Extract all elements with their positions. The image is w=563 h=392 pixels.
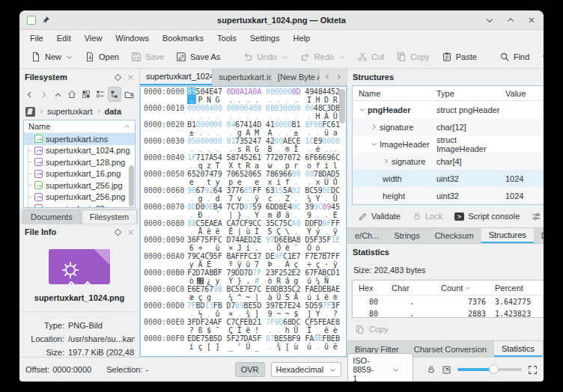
hex-byte[interactable]: 03 <box>274 104 283 112</box>
expander-open-icon[interactable] <box>371 141 377 147</box>
hex-char[interactable]: Ä <box>196 260 205 269</box>
hex-byte[interactable]: 00 <box>204 120 213 129</box>
sidebar-tab-documents[interactable]: Documents <box>22 209 81 224</box>
pin-icon[interactable] <box>41 16 50 25</box>
hex-char[interactable]: 5 <box>266 227 275 236</box>
hex-char[interactable]: $ <box>292 310 301 318</box>
hex-char[interactable]: è <box>331 326 340 334</box>
hex-char[interactable]: . <box>305 112 314 120</box>
hex-char[interactable]: } <box>235 277 244 285</box>
hex-byte[interactable]: 61 <box>252 153 261 162</box>
hex-byte[interactable]: 52 <box>244 137 253 145</box>
hex-char-row[interactable]: 6÷_ü×Jí..Öë¨Õó_. <box>144 244 346 252</box>
hex-byte[interactable]: E7 <box>196 285 205 293</box>
hex-char[interactable]: . <box>305 178 314 186</box>
hex-char[interactable]: M <box>252 129 261 137</box>
hex-byte[interactable]: CF <box>235 318 244 326</box>
hex-byte[interactable]: 07 <box>266 334 275 343</box>
hex-char[interactable]: g <box>204 293 213 301</box>
hex-byte[interactable]: BE <box>274 334 283 343</box>
hex-byte[interactable]: 0A <box>252 88 261 96</box>
hex-char[interactable]: ë <box>331 343 340 351</box>
hex-byte[interactable]: 74 <box>204 170 213 178</box>
hex-char[interactable]: ä <box>283 211 292 219</box>
hex-byte[interactable]: DA <box>322 170 331 178</box>
hex-byte[interactable]: A0 <box>292 219 301 227</box>
hex-char[interactable]: ± <box>292 129 301 137</box>
hex-char[interactable]: ~ <box>244 293 253 301</box>
hex-byte[interactable]: C2 <box>292 285 301 293</box>
hex-byte[interactable]: 79 <box>226 269 235 277</box>
hex-byte[interactable]: 67 <box>196 186 205 195</box>
hex-byte[interactable]: 00 <box>196 137 205 145</box>
hex-byte[interactable]: 00 <box>196 120 205 129</box>
hex-byte[interactable]: 54 <box>213 153 222 162</box>
hex-byte[interactable]: 00 <box>266 88 275 96</box>
hex-char[interactable]: ÷ <box>305 260 314 269</box>
filesystem-scrollbar[interactable] <box>129 165 134 206</box>
hex-char[interactable]: ¿ <box>204 277 213 285</box>
hex-char[interactable]: H <box>314 96 323 104</box>
hex-byte[interactable]: 44 <box>322 88 331 96</box>
hex-byte[interactable]: FB <box>322 334 331 343</box>
filesystem-item[interactable]: supertuxkart_32.png <box>24 203 135 208</box>
structure-row[interactable]: pngHeaderstruct pngHeader <box>353 101 544 118</box>
hex-char[interactable]: Y <box>314 195 323 203</box>
hex-byte[interactable]: E4 <box>283 203 292 211</box>
hex-char[interactable]: 9 <box>266 310 275 318</box>
hex-char[interactable]: . <box>226 129 235 137</box>
hex-char[interactable]: â <box>283 277 292 285</box>
maximize-icon[interactable] <box>506 16 515 25</box>
hex-char[interactable]: ç <box>196 343 205 351</box>
statistics-table[interactable]: Hex Char Count Percent 00.73763.64277580… <box>352 280 544 318</box>
hex-byte[interactable]: F7 <box>305 252 314 260</box>
hex-char[interactable]: _ <box>213 260 222 269</box>
hex-byte[interactable]: 37 <box>252 252 261 260</box>
hex-byte[interactable]: 08 <box>266 104 275 112</box>
hex-byte[interactable]: 00 <box>196 104 205 112</box>
hex-byte[interactable]: 5D <box>213 334 222 343</box>
hex-char[interactable]: ê <box>204 227 213 236</box>
hex-byte[interactable]: 00 <box>204 137 213 145</box>
hex-char[interactable]: ¨ <box>292 244 301 252</box>
filesystem-item[interactable]: supertuxkart_1024.png <box>24 145 135 157</box>
hex-char[interactable]: Õ <box>331 178 340 186</box>
hex-byte[interactable]: 59 <box>314 301 323 310</box>
hex-byte[interactable]: 68 <box>283 318 292 326</box>
hex-byte[interactable]: 69 <box>322 153 331 162</box>
hex-char[interactable]: ] <box>213 343 222 351</box>
hex-byte[interactable]: 7C <box>235 219 244 227</box>
tab-decodin-[interactable]: Decodin... <box>534 228 544 243</box>
hex-byte[interactable]: D0 <box>196 203 205 211</box>
hex-byte[interactable]: AF <box>213 318 222 326</box>
hex-char[interactable]: ÿ <box>331 227 340 236</box>
charset-select[interactable]: ISO-8859-1 <box>347 353 413 382</box>
hex-byte[interactable]: 21 <box>252 318 261 326</box>
hex-char[interactable]: . <box>266 343 275 351</box>
hex-char-row[interactable]: .qzTXtRaw profil <box>144 162 346 170</box>
hex-byte[interactable]: 66 <box>283 170 292 178</box>
scroll-right-icon[interactable] <box>335 73 342 82</box>
sync-folder-button[interactable] <box>122 87 136 102</box>
hex-byte[interactable]: 7A <box>204 153 213 162</box>
hex-char[interactable]: ç <box>314 260 323 269</box>
hex-byte[interactable]: 00 <box>322 137 331 145</box>
hex-char[interactable]: ~ <box>283 310 292 318</box>
hex-scrollbar[interactable] <box>339 89 345 123</box>
hex-byte[interactable]: 6C <box>331 153 340 162</box>
hex-byte[interactable]: E7 <box>292 252 301 260</box>
hex-byte[interactable]: B1 <box>292 120 301 129</box>
hex-char[interactable]: . <box>213 129 222 137</box>
hex-byte[interactable]: 9B <box>187 186 196 195</box>
hex-byte[interactable]: 73 <box>235 137 244 145</box>
hex-char[interactable]: Ñ <box>322 277 331 285</box>
hex-char[interactable]: x <box>314 178 323 186</box>
expander-closed-icon[interactable] <box>383 158 389 165</box>
hex-byte[interactable]: 85 <box>244 186 253 195</box>
hex-byte[interactable]: C9 <box>204 252 213 260</box>
hex-byte[interactable]: 48 <box>314 104 323 112</box>
hex-byte[interactable]: 48 <box>314 88 323 96</box>
find-button[interactable]: Find <box>494 49 535 65</box>
hex-char[interactable]: ^ <box>235 293 244 301</box>
hex-char[interactable]: . <box>283 129 292 137</box>
